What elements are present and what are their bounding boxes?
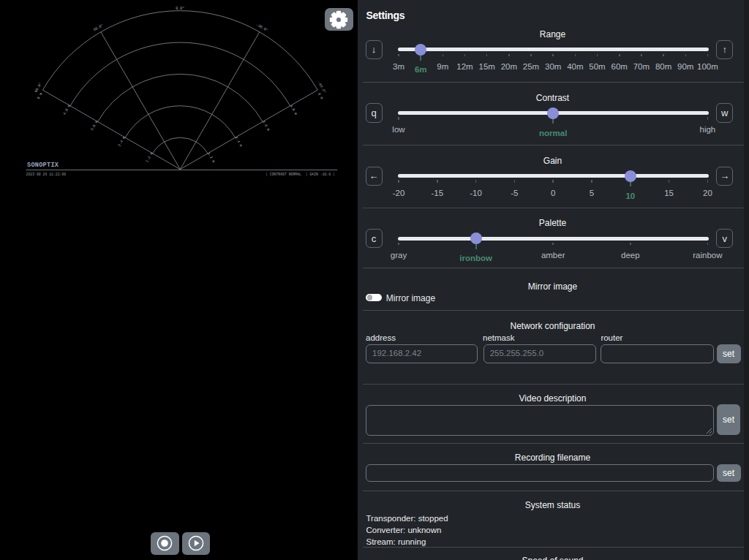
- svg-text:2.4 m: 2.4 m: [234, 136, 244, 148]
- svg-text:1.2 m: 1.2 m: [206, 151, 216, 163]
- svg-text:60.0°: 60.0°: [34, 82, 43, 94]
- svg-text:4.8 m: 4.8 m: [289, 104, 298, 116]
- svg-text:2.4 m: 2.4 m: [117, 136, 127, 148]
- svg-text:-60.0°: -60.0°: [317, 80, 327, 94]
- svg-text:3.6 m: 3.6 m: [261, 120, 271, 132]
- svg-text:4.8 m: 4.8 m: [62, 104, 72, 116]
- svg-text:3.6 m: 3.6 m: [90, 120, 99, 132]
- svg-text:-30.0°: -30.0°: [255, 23, 269, 33]
- svg-text:1.2 m: 1.2 m: [145, 151, 154, 163]
- svg-text:0.0°: 0.0°: [176, 7, 184, 11]
